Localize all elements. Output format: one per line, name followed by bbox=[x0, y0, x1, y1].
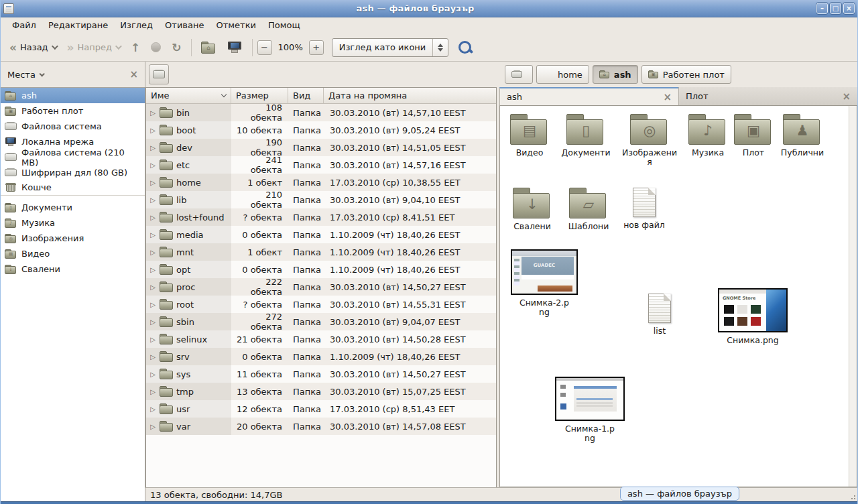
table-row[interactable]: ▷ tmp 13 обекта Папка 30.03.2010 (вт) 15… bbox=[146, 383, 496, 400]
sidebar-item[interactable]: Работен плот bbox=[1, 103, 145, 119]
home-button[interactable] bbox=[196, 38, 221, 57]
close-button[interactable]: × bbox=[843, 3, 855, 14]
expander-icon[interactable]: ▷ bbox=[149, 301, 157, 308]
expander-icon[interactable]: ▷ bbox=[149, 162, 157, 169]
reload-button[interactable]: ↻ bbox=[167, 39, 186, 56]
file-icon-item[interactable]: Шаблони bbox=[560, 188, 617, 231]
expander-icon[interactable]: ▷ bbox=[149, 249, 157, 256]
table-row[interactable]: ▷ sbin 272 обекта Папка 30.03.2010 (вт) … bbox=[146, 313, 496, 330]
resize-grip[interactable] bbox=[848, 492, 856, 500]
menu-item[interactable]: Отиване bbox=[159, 18, 210, 32]
titlebar[interactable]: ash — файлов браузър – □ × bbox=[1, 0, 857, 17]
up-button[interactable]: ↑ bbox=[126, 39, 145, 56]
column-header-date[interactable]: Дата на промяна bbox=[324, 88, 496, 103]
expander-icon[interactable]: ▷ bbox=[149, 353, 157, 361]
table-row[interactable]: ▷ selinux 21 обекта Папка 30.03.2010 (вт… bbox=[146, 330, 496, 348]
table-row[interactable]: ▷ boot 10 обекта Папка 30.03.2010 (вт) 9… bbox=[146, 121, 496, 139]
file-icon-item[interactable]: Снимка-2.png bbox=[507, 249, 581, 318]
table-row[interactable]: ▷ usr 12 обекта Папка 17.03.2010 (ср) 8,… bbox=[146, 400, 496, 418]
back-button[interactable]: « Назад bbox=[5, 39, 61, 56]
column-header-name[interactable]: Име bbox=[146, 88, 231, 103]
expander-icon[interactable]: ▷ bbox=[149, 231, 157, 239]
table-row[interactable]: ▷ lost+found ? обекта Папка 17.03.2010 (… bbox=[146, 208, 496, 226]
table-row[interactable]: ▷ opt 0 обекта Папка 1.10.2009 (чт) 18,4… bbox=[146, 261, 496, 278]
sidebar-item[interactable]: Файлова система (210 MB) bbox=[1, 149, 145, 165]
table-row[interactable]: ▷ root ? обекта Папка 30.03.2010 (вт) 14… bbox=[146, 296, 496, 313]
table-row[interactable]: ▷ lib 210 обекта Папка 30.03.2010 (вт) 9… bbox=[146, 191, 496, 208]
expander-icon[interactable]: ▷ bbox=[149, 266, 157, 273]
tab-close-icon[interactable]: × bbox=[663, 92, 672, 102]
expander-icon[interactable]: ▷ bbox=[149, 179, 157, 186]
file-icon-item[interactable]: Изображения bbox=[621, 114, 678, 168]
table-row[interactable]: ▷ home 1 обект Папка 17.03.2010 (ср) 10,… bbox=[146, 174, 496, 191]
table-row[interactable]: ▷ var 20 обекта Папка 30.03.2010 (вт) 14… bbox=[146, 418, 496, 435]
file-icon-item[interactable]: list bbox=[631, 294, 688, 336]
sidebar-item[interactable]: Музика bbox=[1, 215, 145, 231]
expander-icon[interactable]: ▷ bbox=[149, 109, 157, 117]
sidebar-item[interactable]: Кошче bbox=[1, 180, 145, 196]
expander-icon[interactable]: ▷ bbox=[149, 214, 157, 221]
expander-icon[interactable]: ▷ bbox=[149, 423, 157, 430]
expander-icon[interactable]: ▷ bbox=[149, 127, 157, 134]
expander-icon[interactable]: ▷ bbox=[149, 371, 157, 378]
breadcrumb-button[interactable] bbox=[505, 65, 533, 84]
column-header-size[interactable]: Размер bbox=[231, 88, 288, 103]
view-mode-combobox[interactable]: Изглед като икони bbox=[332, 38, 449, 57]
window-menu-icon[interactable] bbox=[3, 3, 14, 14]
column-header-type[interactable]: Вид bbox=[288, 88, 324, 103]
menu-item[interactable]: Редактиране bbox=[42, 18, 114, 32]
file-icon-item[interactable]: нов файл bbox=[616, 188, 672, 230]
back-history-chevron-icon[interactable] bbox=[52, 43, 58, 50]
zoom-in-button[interactable]: + bbox=[309, 40, 324, 55]
file-icon-item[interactable]: Документи bbox=[558, 114, 614, 158]
sidebar-item[interactable]: Видео bbox=[1, 246, 145, 261]
computer-button[interactable] bbox=[223, 38, 247, 57]
zoom-out-button[interactable]: − bbox=[257, 40, 272, 55]
sidebar-item[interactable]: ash bbox=[1, 88, 145, 103]
sidebar-chevron-icon[interactable] bbox=[39, 71, 44, 76]
expander-icon[interactable]: ▷ bbox=[149, 388, 157, 395]
filesystem-root-button[interactable] bbox=[149, 64, 169, 84]
tab[interactable]: Плот × bbox=[678, 87, 857, 105]
file-icon-item[interactable]: Плот bbox=[725, 114, 782, 158]
search-icon[interactable] bbox=[456, 39, 474, 56]
sidebar-item[interactable]: Шифриран дял (80 GB) bbox=[1, 165, 145, 180]
breadcrumb-button[interactable]: Работен плот bbox=[641, 65, 731, 84]
tab[interactable]: ash × bbox=[499, 87, 678, 105]
file-icon-item[interactable]: Публични bbox=[774, 114, 831, 158]
sidebar-item[interactable]: Документи bbox=[1, 200, 145, 215]
table-row[interactable]: ▷ mnt 1 обект Папка 1.10.2009 (чт) 18,40… bbox=[146, 243, 496, 261]
forward-button[interactable]: » Напред bbox=[62, 39, 125, 56]
menu-item[interactable]: Отметки bbox=[210, 18, 261, 32]
expander-icon[interactable]: ▷ bbox=[149, 336, 157, 343]
menu-item[interactable]: Помощ bbox=[262, 18, 306, 32]
combo-spinner-icon[interactable] bbox=[433, 44, 448, 52]
forward-history-chevron-icon[interactable] bbox=[115, 43, 122, 50]
expander-icon[interactable]: ▷ bbox=[149, 405, 157, 413]
menu-item[interactable]: Файл bbox=[6, 18, 42, 32]
breadcrumb-button[interactable]: ash bbox=[593, 65, 638, 84]
table-row[interactable]: ▷ media 0 обекта Папка 1.10.2009 (чт) 18… bbox=[146, 226, 496, 243]
file-icon-item[interactable]: Видео bbox=[501, 114, 558, 158]
table-row[interactable]: ▷ bin 108 обекта Папка 30.03.2010 (вт) 1… bbox=[146, 104, 496, 121]
table-row[interactable]: ▷ dev 190 обекта Папка 30.03.2010 (вт) 1… bbox=[146, 139, 496, 156]
file-icon-item[interactable]: Снимка.png bbox=[716, 288, 790, 345]
minimize-button[interactable]: – bbox=[816, 3, 828, 14]
tab-close-icon[interactable]: × bbox=[842, 92, 851, 101]
expander-icon[interactable]: ▷ bbox=[149, 318, 157, 326]
stop-button[interactable] bbox=[146, 39, 166, 56]
expander-icon[interactable]: ▷ bbox=[149, 284, 157, 291]
table-row[interactable]: ▷ srv 0 обекта Папка 1.10.2009 (чт) 18,4… bbox=[146, 348, 496, 365]
breadcrumb-button[interactable]: home bbox=[536, 65, 589, 84]
table-row[interactable]: ▷ sys 11 обекта Папка 30.03.2010 (вт) 14… bbox=[146, 365, 496, 383]
maximize-button[interactable]: □ bbox=[830, 3, 841, 14]
sidebar-item[interactable]: Файлова система bbox=[1, 119, 145, 134]
table-row[interactable]: ▷ etc 241 обекта Папка 30.03.2010 (вт) 1… bbox=[146, 156, 496, 174]
table-row[interactable]: ▷ proc 222 обекта Папка 30.03.2010 (вт) … bbox=[146, 278, 496, 296]
vertical-scrollbar[interactable] bbox=[849, 106, 857, 487]
file-icon-item[interactable]: Снимка-1.png bbox=[553, 377, 627, 444]
file-icon-item[interactable]: Свалени bbox=[504, 188, 560, 231]
menu-item[interactable]: Изглед bbox=[114, 18, 159, 32]
sidebar-close-icon[interactable]: × bbox=[129, 70, 138, 79]
sidebar-item[interactable]: Свалени bbox=[1, 261, 145, 277]
